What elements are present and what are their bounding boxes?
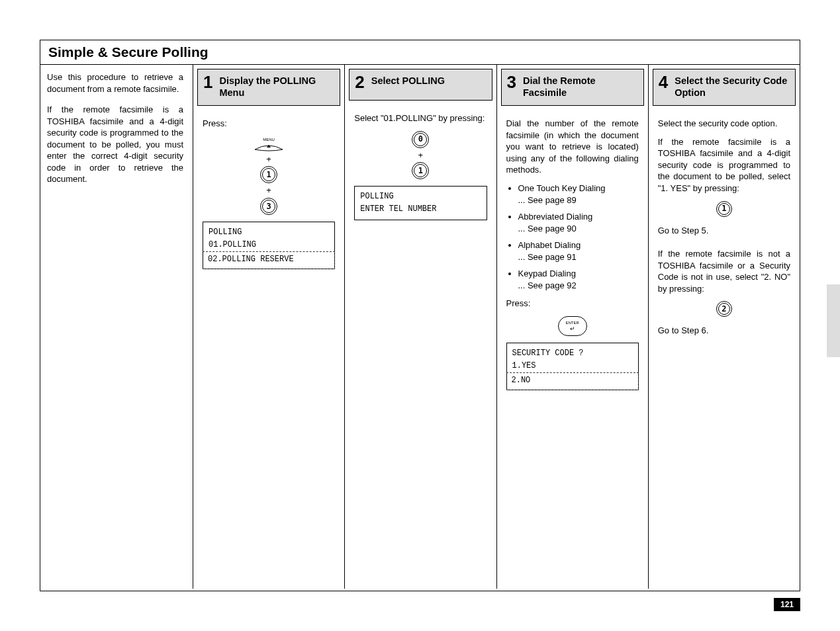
lcd-row: POLLING xyxy=(209,228,242,237)
key-1-icon: 1 xyxy=(412,162,429,179)
list-item: Abbreviated Dialing ... See page 90 xyxy=(518,211,639,234)
step-3-num: 3 xyxy=(507,73,516,91)
key-0-icon: 0 xyxy=(412,131,429,148)
step-1: 1 Display the POLLING Menu Press: MENU +… xyxy=(193,65,344,589)
step-1-body: Press: MENU + 1 + 3 POLLING xyxy=(193,106,344,276)
step-3-lcd: SECURITY CODE ? 1.YES 2.NO xyxy=(506,343,639,391)
list-item: One Touch Key Dialing ... See page 89 xyxy=(518,183,639,206)
plus-icon: + xyxy=(203,185,335,196)
steps-row: 1 Display the POLLING Menu Press: MENU +… xyxy=(193,65,800,589)
list-item: Keypad Dialing ... See page 92 xyxy=(518,268,639,291)
lcd-row: POLLING xyxy=(360,192,393,201)
side-tab xyxy=(827,284,840,357)
page-number: 121 xyxy=(774,598,800,611)
list-item: Alphabet Dialing ... See page 91 xyxy=(518,239,639,263)
step-1-press: Press: xyxy=(203,118,335,130)
lcd-row: ENTER TEL NUMBER xyxy=(360,204,436,214)
step-3: 3 Dial the Remote Facsimile Dial the num… xyxy=(496,65,648,589)
step-3-body: Dial the number of the remote facsimile … xyxy=(497,106,648,397)
key-2-wrap: 2 xyxy=(658,301,790,317)
key-1-icon: 1 xyxy=(716,201,732,217)
step-4-body: Select the security code option. If the … xyxy=(649,106,800,350)
step-4-header: 4 Select the Security Code Option xyxy=(653,69,796,106)
step-3-p1: Dial the number of the remote facsimile … xyxy=(506,118,639,176)
step-1-header: 1 Display the POLLING Menu xyxy=(197,69,340,106)
step-2-num: 2 xyxy=(355,73,364,91)
enter-key-icon: ENTER ↵ xyxy=(558,316,587,336)
key-3-icon: 3 xyxy=(260,198,277,215)
lcd-row: 1.YES xyxy=(512,361,536,370)
step-1-title: Display the POLLING Menu xyxy=(219,73,334,99)
step-2-header: 2 Select POLLING xyxy=(349,69,492,101)
menu-label: MENU xyxy=(263,138,275,142)
key-2-icon: 2 xyxy=(716,301,732,317)
menu-key-icon: MENU xyxy=(252,136,285,152)
step-2-title: Select POLLING xyxy=(371,73,445,87)
step-1-key-stack: MENU + 1 + 3 xyxy=(203,136,335,215)
lcd-row: SECURITY CODE ? xyxy=(512,349,584,358)
intro-p2: If the remote facsimile is a TOSHIBA fac… xyxy=(47,104,183,185)
intro-p1: Use this procedure to retrieve a documen… xyxy=(47,71,183,95)
key-1-icon: 1 xyxy=(260,166,277,183)
goto-step-5: Go to Step 5. xyxy=(658,225,790,237)
content-row: Use this procedure to retrieve a documen… xyxy=(40,65,800,589)
dial-methods-list: One Touch Key Dialing ... See page 89 Ab… xyxy=(518,183,639,291)
key-1-wrap: 1 xyxy=(658,201,790,217)
step-1-lcd: POLLING 01.POLLING 02.POLLING RESERVE xyxy=(203,222,335,270)
lcd-dashed-row: 2.NO xyxy=(506,372,639,390)
step-2: 2 Select POLLING Select "01.POLLING" by … xyxy=(344,65,496,589)
step-4-p3: If the remote facsimile is not a TOSHIBA… xyxy=(658,248,790,294)
enter-key-wrap: ENTER ↵ xyxy=(506,316,639,336)
section-title: Simple & Secure Polling xyxy=(40,40,800,65)
step-2-body: Select "01.POLLING" by pressing: 0 + 1 P… xyxy=(345,101,496,227)
step-3-title: Dial the Remote Facsimile xyxy=(523,73,638,99)
step-2-key-stack: 0 + 1 xyxy=(354,131,487,180)
step-2-select: Select "01.POLLING" by pressing: xyxy=(354,112,487,124)
goto-step-6: Go to Step 6. xyxy=(658,325,790,337)
plus-icon: + xyxy=(203,153,335,165)
step-4-p1: Select the security code option. xyxy=(658,118,790,130)
step-4-num: 4 xyxy=(659,73,668,91)
step-1-num: 1 xyxy=(203,73,212,91)
intro-column: Use this procedure to retrieve a documen… xyxy=(40,65,193,589)
step-2-lcd: POLLING ENTER TEL NUMBER xyxy=(354,186,487,220)
step-4-p2: If the remote facsimile is a TOSHIBA fac… xyxy=(658,136,790,194)
step-3-press: Press: xyxy=(506,298,639,310)
page-frame: Simple & Secure Polling Use this procedu… xyxy=(40,40,800,591)
lcd-row: 01.POLLING xyxy=(209,240,256,249)
lcd-dashed-row: 02.POLLING RESERVE xyxy=(203,251,335,269)
step-3-header: 3 Dial the Remote Facsimile xyxy=(501,69,644,106)
plus-icon: + xyxy=(354,149,487,161)
step-4: 4 Select the Security Code Option Select… xyxy=(648,65,800,589)
step-4-title: Select the Security Code Option xyxy=(675,73,790,99)
